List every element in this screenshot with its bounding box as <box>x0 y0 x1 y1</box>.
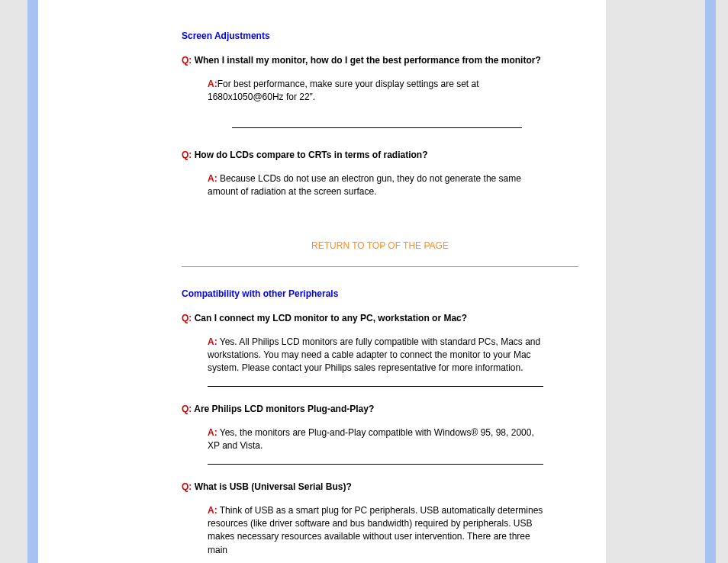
q-label: Q: <box>182 404 192 414</box>
q-text: Can I connect my LCD monitor to any PC, … <box>192 313 467 323</box>
heading-screen-adjustments: Screen Adjustments <box>182 31 578 41</box>
answer-block: A: Because LCDs do not use an electron g… <box>208 172 543 210</box>
left-gutter <box>0 0 27 563</box>
blue-bar-left <box>27 0 38 563</box>
q-label: Q: <box>182 481 192 492</box>
content-shell: Screen Adjustments Q: When I install my … <box>38 0 606 563</box>
right-gap <box>606 0 705 563</box>
a-text: Yes. All Philips LCD monitors are fully … <box>208 336 540 374</box>
q-label: Q: <box>182 313 192 323</box>
question-row: Q: Are Philips LCD monitors Plug-and-Pla… <box>182 404 578 414</box>
spacer <box>182 390 578 404</box>
answer-block: A:For best performance, make sure your d… <box>208 78 543 115</box>
divider <box>232 127 522 128</box>
answer-block: A: Yes, the monitors are Plug-and-Play c… <box>208 426 543 465</box>
q-label: Q: <box>182 150 192 160</box>
a-text: Because LCDs do not use an electron gun,… <box>208 173 521 197</box>
a-label: A: <box>208 79 217 89</box>
q-text: How do LCDs compare to CRTs in terms of … <box>192 150 427 160</box>
return-to-top-row: RETURN TO TOP OF THE PAGE <box>182 240 578 251</box>
page-outer: Screen Adjustments Q: When I install my … <box>0 0 728 563</box>
answer-block: A: Yes. All Philips LCD monitors are ful… <box>208 336 543 387</box>
content-area: Screen Adjustments Q: When I install my … <box>38 0 606 563</box>
spacer <box>182 468 578 481</box>
question-row: Q: What is USB (Universal Serial Bus)? <box>182 481 578 492</box>
a-label: A: <box>208 336 217 347</box>
a-text: Yes, the monitors are Plug-and-Play comp… <box>208 427 534 451</box>
a-label: A: <box>208 505 217 516</box>
section-divider <box>182 266 578 267</box>
return-to-top-link[interactable]: RETURN TO TOP OF THE PAGE <box>311 240 449 251</box>
q-text: Are Philips LCD monitors Plug-and-Play? <box>192 404 374 414</box>
question-row: Q: How do LCDs compare to CRTs in terms … <box>182 150 578 160</box>
heading-compatibility: Compatibility with other Peripherals <box>182 288 578 299</box>
a-label: A: <box>208 427 217 438</box>
a-text: Think of USB as a smart plug for PC peri… <box>208 505 543 555</box>
a-text: For best performance, make sure your dis… <box>208 79 479 102</box>
blue-bar-right <box>705 0 716 563</box>
question-row: Q: When I install my monitor, how do I g… <box>182 55 578 66</box>
q-text: What is USB (Universal Serial Bus)? <box>192 481 351 492</box>
a-label: A: <box>208 173 217 184</box>
question-row: Q: Can I connect my LCD monitor to any P… <box>182 313 578 323</box>
q-label: Q: <box>182 55 192 66</box>
answer-block: A: Think of USB as a smart plug for PC p… <box>208 504 543 563</box>
right-gutter <box>716 0 728 563</box>
q-text: When I install my monitor, how do I get … <box>192 55 540 66</box>
